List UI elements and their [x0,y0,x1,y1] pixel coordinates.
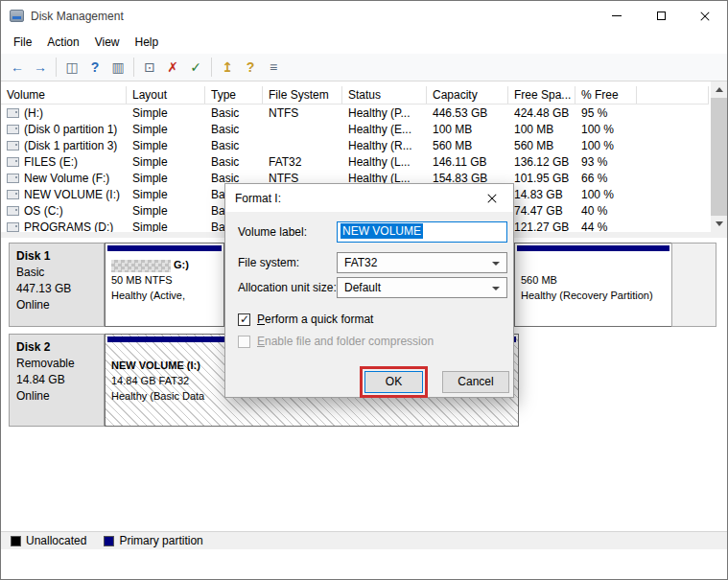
disk2-panel[interactable]: Disk 2 Removable 14.84 GB Online [9,334,105,427]
toolbar-separator [211,58,212,77]
volume-name: (Disk 1 partition 3) [24,139,117,152]
volume-name: FILES (E:) [24,155,78,169]
disk2-size: 14.84 GB [16,373,97,386]
primary-partition-label: Primary partition [119,534,202,547]
column-header-file-system[interactable]: File System [263,86,342,104]
menu-action[interactable]: Action [39,33,86,52]
volume-row[interactable]: (H:) Simple Basic NTFS Healthy (P... 446… [1,104,709,121]
disk1-partition-recovery[interactable]: 560 MB Healthy (Recovery Partition) [514,243,672,327]
dialog-close-button[interactable] [470,184,513,212]
allocation-unit-value: Default [344,281,381,294]
type-cell: Basic [205,139,263,152]
drive-icon [7,125,19,134]
disk1-strip-end[interactable] [671,243,716,327]
commit-changes-icon[interactable]: ✓ [185,57,206,78]
free-space-cell: 136.12 GB [508,155,575,169]
column-header-free-space[interactable]: Free Spa... [508,86,575,104]
format-dialog-titlebar[interactable]: Format I: [225,184,513,212]
menu-help[interactable]: Help [128,33,167,52]
toolbar-separator [56,58,57,77]
volume-list-scrollbar[interactable] [711,81,727,232]
layout-cell: Simple [127,139,205,152]
layout-cell: Simple [127,155,205,169]
layout-cell: Simple [127,106,205,120]
disk1-partition-system[interactable]: G:) 50 MB NTFS Healthy (Active, [105,243,224,327]
app-icon[interactable] [10,10,24,22]
status-cell: Healthy (R... [342,139,427,152]
forward-icon[interactable]: → [30,57,51,78]
disk1-p3-size: 560 MB [521,272,653,288]
minimize-button[interactable] [595,1,639,31]
maximize-button[interactable] [639,1,683,31]
scroll-down-button[interactable] [711,216,727,232]
format-dialog-title: Format I: [235,192,281,205]
fields-icon[interactable]: ≡ [263,57,284,78]
menu-file[interactable]: File [6,33,39,52]
drive-icon [7,141,19,151]
drive-icon [7,157,19,167]
volume-name: (H:) [24,106,43,120]
volume-name-cell: FILES (E:) [1,155,127,169]
disk1-p1-size: 50 MB NTFS [111,272,189,288]
volume-row[interactable]: (Disk 0 partition 1) Simple Basic Health… [1,121,709,137]
compression-checkbox[interactable]: Enable file and folder compression [238,335,434,348]
status-cell: Healthy (L... [342,155,427,169]
cancel-button[interactable]: Cancel [442,371,509,393]
quick-format-checkbox[interactable]: Perform a quick format [238,313,373,326]
column-header-filler [637,86,709,104]
drive-icon [7,222,19,232]
disk2-p1-size: 14.84 GB FAT32 [111,373,204,388]
column-header-type[interactable]: Type [205,86,263,104]
show-action-pane-icon[interactable]: ▥ [107,57,129,78]
help-icon[interactable]: ? [84,57,106,78]
volume-label-input[interactable]: NEW VOLUME [337,221,507,243]
hint-icon[interactable]: ⊡ [139,57,160,78]
volume-row[interactable]: (Disk 1 partition 3) Simple Basic Health… [1,137,709,153]
close-icon [486,193,498,204]
disk1-panel[interactable]: Disk 1 Basic 447.13 GB Online [9,243,105,327]
volume-row[interactable]: FILES (E:) Simple Basic FAT32 Healthy (L… [1,153,709,170]
window-controls [595,1,727,31]
title-bar[interactable]: Disk Management [1,1,727,31]
chevron-down-icon [716,221,723,226]
disk1-status: Online [16,298,97,312]
column-header-capacity[interactable]: Capacity [427,86,508,104]
open-folder-icon[interactable]: ↥ [217,57,238,78]
pct-free-cell: 66 % [575,172,637,185]
file-system-label: File system: [238,256,299,269]
ok-button[interactable]: OK [364,371,423,393]
format-dialog-body: Volume label: NEW VOLUME File system: FA… [225,212,513,397]
allocation-unit-select[interactable]: Default [337,277,507,298]
chevron-down-icon [492,262,500,266]
disk1-type: Basic [16,266,97,279]
help-topics-icon[interactable]: ? [240,57,261,78]
unallocated-swatch [11,536,21,546]
close-button[interactable] [683,1,727,31]
drive-icon [7,206,19,216]
scrollbar-thumb[interactable] [711,98,727,216]
status-cell: Healthy (E... [342,123,427,136]
type-cell: Basic [205,123,263,136]
volume-name: NEW VOLUME (I:) [24,188,120,201]
file-system-select[interactable]: FAT32 [337,252,507,273]
volume-name: OS (C:) [24,204,63,218]
back-icon[interactable]: ← [7,57,28,78]
column-header-layout[interactable]: Layout [127,86,205,104]
volume-label-label: Volume label: [238,225,307,239]
capacity-cell: 446.53 GB [427,106,508,120]
column-header-pct-free[interactable]: % Free [575,86,637,104]
volume-name-cell: (H:) [1,106,127,120]
column-header-volume[interactable]: Volume [1,86,127,104]
volume-name-cell: (Disk 1 partition 3) [1,139,127,152]
drive-icon [7,108,19,118]
column-header-status[interactable]: Status [342,86,427,104]
legend-bar: Unallocated Primary partition [1,531,727,549]
primary-partition-swatch [104,536,114,546]
pct-free-cell: 100 % [575,139,637,152]
scroll-up-button[interactable] [711,81,727,98]
disk1-p1-status: Healthy (Active, [111,288,189,303]
volume-name: (Disk 0 partition 1) [24,123,117,136]
show-console-tree-icon[interactable]: ◫ [61,57,82,78]
delete-volume-icon[interactable]: ✗ [162,57,183,78]
menu-view[interactable]: View [87,33,128,52]
